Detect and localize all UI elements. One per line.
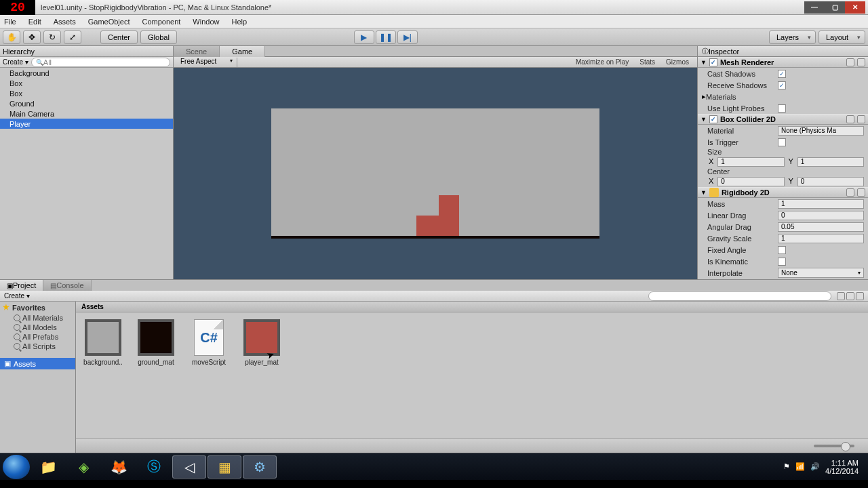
inspector-tab[interactable]: ⓘ Inspector — [698, 46, 868, 57]
project-create-button[interactable]: Create ▾ — [4, 292, 30, 300]
hierarchy-item-selected[interactable]: Player — [0, 119, 173, 129]
system-tray[interactable]: ⚑ 📶 🔊 1:11 AM 4/12/2014 — [783, 459, 865, 475]
help-icon[interactable] — [846, 58, 854, 66]
checkbox-icon[interactable]: ✓ — [709, 115, 717, 123]
aspect-dropdown[interactable]: Free Aspect — [176, 58, 237, 67]
cast-shadows-checkbox[interactable]: ✓ — [778, 70, 786, 78]
skype-taskbar-icon[interactable]: Ⓢ — [137, 455, 171, 479]
move-tool-button[interactable]: ✥ — [23, 30, 41, 44]
layout-dropdown[interactable]: Layout — [818, 30, 865, 44]
window-titlebar[interactable]: 20 level01.unity - StopRigidbodyVibratio… — [0, 0, 868, 15]
firefox-taskbar-icon[interactable]: 🦊 — [102, 455, 136, 479]
mass-field[interactable]: 1 — [778, 199, 864, 209]
asset-item[interactable]: player_mat — [241, 319, 282, 366]
hierarchy-item[interactable]: Ground — [0, 98, 173, 108]
save-filter-icon[interactable] — [856, 292, 864, 300]
mesh-renderer-header[interactable]: ▼✓ Mesh Renderer — [698, 57, 868, 68]
step-button[interactable]: ▶| — [397, 30, 418, 44]
maximize-on-play-toggle[interactable]: Maximize on Play — [570, 58, 634, 66]
asset-item[interactable]: background.. — [83, 319, 123, 366]
app-taskbar-icon[interactable]: ⚙ — [243, 455, 277, 479]
hierarchy-create-button[interactable]: Create ▾ — [3, 58, 28, 66]
gear-icon[interactable] — [857, 115, 865, 123]
menu-help[interactable]: Help — [231, 18, 247, 26]
hierarchy-search-input[interactable]: 🔍 All — [31, 58, 170, 67]
center-x-field[interactable]: 0 — [717, 177, 784, 186]
favorite-item[interactable]: All Prefabs — [0, 332, 75, 342]
app-taskbar-icon[interactable]: ▦ — [208, 455, 241, 479]
box-collider-header[interactable]: ▼✓ Box Collider 2D — [698, 114, 868, 125]
rotate-tool-button[interactable]: ↻ — [43, 30, 61, 44]
favorite-item[interactable]: All Models — [0, 323, 75, 332]
asset-item[interactable]: ground_mat — [136, 319, 176, 366]
favorite-item[interactable]: All Scripts — [0, 342, 75, 351]
is-kinematic-checkbox[interactable] — [778, 258, 786, 266]
pivot-global-toggle[interactable]: Global — [140, 30, 177, 44]
start-button[interactable] — [3, 455, 30, 479]
center-y-field[interactable]: 0 — [797, 177, 864, 186]
linear-drag-field[interactable]: 0 — [778, 211, 864, 220]
menu-gameobject[interactable]: GameObject — [88, 18, 130, 26]
favorite-item[interactable]: All Materials — [0, 313, 75, 323]
project-search-input[interactable] — [648, 291, 831, 301]
tray-flag-icon[interactable]: ⚑ — [783, 462, 790, 471]
layers-dropdown[interactable]: Layers — [769, 30, 816, 44]
console-tab[interactable]: ▤ Console — [43, 280, 91, 291]
hierarchy-item[interactable]: Box — [0, 78, 173, 88]
stats-toggle[interactable]: Stats — [634, 58, 660, 66]
material-field[interactable]: None (Physics Ma — [778, 126, 864, 136]
hierarchy-item[interactable]: Box — [0, 88, 173, 98]
pause-button[interactable]: ❚❚ — [376, 30, 396, 44]
help-icon[interactable] — [846, 188, 854, 197]
receive-shadows-checkbox[interactable]: ✓ — [778, 81, 786, 89]
size-y-field[interactable]: 1 — [797, 157, 864, 167]
asset-item[interactable]: C#moveScript — [189, 319, 229, 366]
interpolate-dropdown[interactable]: None — [778, 268, 864, 278]
help-icon[interactable] — [846, 115, 854, 123]
gear-icon[interactable] — [857, 188, 865, 197]
size-x-field[interactable]: 1 — [717, 157, 784, 167]
pivot-center-toggle[interactable]: Center — [100, 30, 138, 44]
game-view[interactable] — [174, 68, 697, 279]
hand-tool-button[interactable]: ✋ — [3, 30, 20, 44]
gear-icon[interactable] — [857, 58, 865, 66]
hierarchy-item[interactable]: Main Camera — [0, 108, 173, 119]
angular-drag-field[interactable]: 0.05 — [778, 222, 864, 232]
checkbox-icon[interactable]: ✓ — [709, 58, 717, 66]
hierarchy-tab[interactable]: Hierarchy — [0, 46, 173, 57]
hierarchy-item[interactable]: Background — [0, 68, 173, 78]
unity-taskbar-icon[interactable]: ◁ — [172, 455, 206, 479]
menu-component[interactable]: Component — [142, 18, 180, 26]
light-probes-checkbox[interactable] — [778, 104, 786, 113]
is-trigger-checkbox[interactable] — [778, 138, 786, 146]
gravity-scale-field[interactable]: 1 — [778, 234, 864, 243]
game-tab[interactable]: Game — [220, 46, 265, 57]
tray-network-icon[interactable]: 📶 — [795, 462, 805, 471]
gizmos-toggle[interactable]: Gizmos — [660, 58, 694, 66]
favorites-section[interactable]: ★Favorites — [0, 302, 75, 313]
taskbar[interactable]: 📁 ◈ 🦊 Ⓢ ◁ ▦ ⚙ ⚑ 📶 🔊 1:11 AM 4/12/2014 — [0, 453, 868, 480]
menu-edit[interactable]: Edit — [28, 18, 41, 26]
explorer-taskbar-icon[interactable]: 📁 — [31, 455, 65, 479]
menu-window[interactable]: Window — [193, 18, 219, 26]
filter-icon[interactable] — [837, 292, 845, 300]
filter-icon[interactable] — [846, 292, 854, 300]
play-button[interactable]: ▶ — [354, 30, 374, 44]
scale-tool-button[interactable]: ⤢ — [64, 30, 81, 44]
window-maximize-button[interactable]: ▢ — [825, 1, 845, 14]
tray-volume-icon[interactable]: 🔊 — [810, 462, 820, 471]
material-thumb — [138, 319, 174, 356]
menu-file[interactable]: File — [4, 18, 16, 26]
assets-folder[interactable]: ▣ Assets — [0, 358, 75, 369]
window-close-button[interactable]: ✕ — [845, 1, 865, 14]
scene-tab[interactable]: Scene — [174, 46, 220, 57]
project-tab[interactable]: ▣ Project — [0, 280, 43, 291]
thumbnail-size-slider[interactable] — [814, 445, 854, 447]
rigidbody-header[interactable]: ▼ Rigidbody 2D — [698, 187, 868, 198]
window-minimize-button[interactable]: — — [804, 1, 825, 14]
fixed-angle-checkbox[interactable] — [778, 246, 786, 254]
menu-assets[interactable]: Assets — [54, 18, 76, 26]
tray-clock[interactable]: 1:11 AM 4/12/2014 — [825, 459, 859, 475]
vs-taskbar-icon[interactable]: ◈ — [66, 455, 100, 479]
game-toolbar: Free Aspect Maximize on Play Stats Gizmo… — [174, 57, 697, 68]
